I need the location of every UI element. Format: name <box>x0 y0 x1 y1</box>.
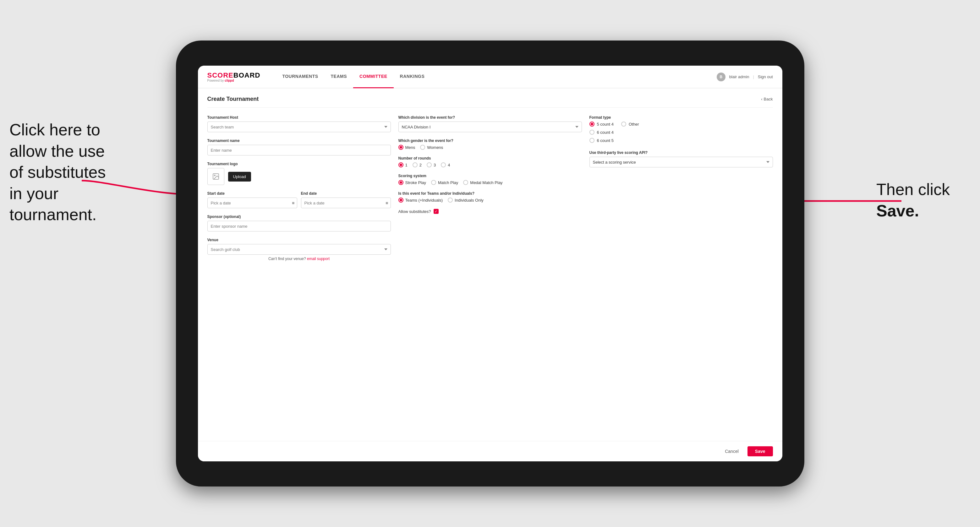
upload-button[interactable]: Upload <box>228 172 251 181</box>
round-2[interactable]: 2 <box>412 162 422 167</box>
format-6count4-radio[interactable] <box>589 130 595 135</box>
nav-rankings[interactable]: RANKINGS <box>394 66 431 88</box>
back-link[interactable]: ‹ Back <box>761 97 773 102</box>
scoring-stroke-radio[interactable] <box>398 180 403 185</box>
tablet-screen: SCOREBOARD Powered by clippd TOURNAMENTS… <box>198 66 783 461</box>
sign-out-link[interactable]: Sign out <box>758 75 773 79</box>
nav-teams[interactable]: TEAMS <box>325 66 353 88</box>
venue-input[interactable] <box>207 244 391 255</box>
venue-label: Venue <box>207 238 391 242</box>
venue-hint: Can't find your venue? email support <box>207 257 391 261</box>
format-other-radio[interactable] <box>621 122 626 127</box>
main-content: Create Tournament ‹ Back Tournament Host <box>198 88 783 441</box>
start-date-label: Start date <box>207 191 297 196</box>
format-type-group: Format type 5 count 4 Other <box>589 115 773 143</box>
format-type-label: Format type <box>589 115 773 120</box>
scoring-match-radio[interactable] <box>431 180 436 185</box>
substitutes-checkbox[interactable]: ✓ <box>434 209 439 214</box>
form-footer: Cancel Save <box>198 441 783 461</box>
format-6count5-radio[interactable] <box>589 138 595 143</box>
substitutes-group: Allow substitutes? ✓ <box>398 209 582 214</box>
round-2-radio[interactable] <box>412 162 418 167</box>
svg-point-3 <box>214 175 215 176</box>
gender-mens[interactable]: Mens <box>398 145 415 150</box>
end-date-wrap: ■ <box>301 198 391 208</box>
nav-links: TOURNAMENTS TEAMS COMMITTEE RANKINGS <box>276 66 716 88</box>
nav-committee[interactable]: COMMITTEE <box>353 66 394 88</box>
sponsor-label: Sponsor (optional) <box>207 214 391 219</box>
tournament-logo-group: Tournament logo Upload <box>207 162 391 185</box>
logo-sub: Powered by clippd <box>207 79 261 82</box>
scoring-stroke[interactable]: Stroke Play <box>398 180 426 185</box>
scoring-medal[interactable]: Medal Match Play <box>463 180 503 185</box>
round-3-radio[interactable] <box>427 162 432 167</box>
arrow-right <box>788 189 908 214</box>
substitutes-row: Allow substitutes? ✓ <box>398 209 582 214</box>
form-columns: Tournament Host Tournament name Tourname… <box>207 115 773 267</box>
format-5count4[interactable]: 5 count 4 <box>589 122 614 127</box>
page-header: Create Tournament ‹ Back <box>207 96 773 108</box>
team-individual-label: Is this event for Teams and/or Individua… <box>398 191 582 196</box>
form-col-2: Which division is the event for? NCAA Di… <box>398 115 582 267</box>
nav-right: B blair admin | Sign out <box>717 73 773 81</box>
rounds-label: Number of rounds <box>398 156 582 160</box>
start-date-input[interactable] <box>207 198 297 208</box>
logo-placeholder <box>207 168 224 185</box>
sponsor-group: Sponsor (optional) <box>207 214 391 232</box>
navbar: SCOREBOARD Powered by clippd TOURNAMENTS… <box>198 66 783 88</box>
format-5count4-radio[interactable] <box>589 122 595 127</box>
scoring-radio-group: Stroke Play Match Play Medal Match Play <box>398 180 582 185</box>
round-1[interactable]: 1 <box>398 162 407 167</box>
date-group: Start date ■ End date <box>207 191 391 208</box>
cancel-button[interactable]: Cancel <box>720 446 744 456</box>
division-select[interactable]: NCAA Division I <box>398 122 582 132</box>
save-button[interactable]: Save <box>748 446 773 456</box>
end-date-input[interactable] <box>301 198 391 208</box>
scoring-medal-radio[interactable] <box>463 180 468 185</box>
format-6count5[interactable]: 6 count 5 <box>589 138 773 143</box>
tournament-host-input[interactable] <box>207 122 391 132</box>
rounds-radio-group: 1 2 3 <box>398 162 582 167</box>
form-col-3: Format type 5 count 4 Other <box>589 115 773 267</box>
gender-label: Which gender is the event for? <box>398 138 582 143</box>
scoring-match[interactable]: Match Play <box>431 180 458 185</box>
format-6count4[interactable]: 6 count 4 <box>589 130 773 135</box>
rounds-group: Number of rounds 1 2 <box>398 156 582 167</box>
tournament-name-label: Tournament name <box>207 138 391 143</box>
round-4[interactable]: 4 <box>441 162 450 167</box>
page-title: Create Tournament <box>207 96 259 102</box>
round-3[interactable]: 3 <box>427 162 436 167</box>
calendar-icon-end: ■ <box>385 200 388 205</box>
sponsor-input[interactable] <box>207 221 391 232</box>
tournament-name-input[interactable] <box>207 145 391 156</box>
round-1-radio[interactable] <box>398 162 403 167</box>
scoring-api-select[interactable]: Select a scoring service <box>589 157 773 167</box>
format-other[interactable]: Other <box>621 122 639 127</box>
date-row: Start date ■ End date <box>207 191 391 208</box>
substitutes-label: Allow substitutes? <box>398 209 431 214</box>
individuals-radio[interactable] <box>448 198 453 203</box>
end-date-group: End date ■ <box>301 191 391 208</box>
gender-radio-group: Mens Womens <box>398 145 582 150</box>
tournament-host-label: Tournament Host <box>207 115 391 120</box>
logo-area: SCOREBOARD Powered by clippd <box>207 71 261 82</box>
end-date-label: End date <box>301 191 391 196</box>
team-radio-group: Teams (+Individuals) Individuals Only <box>398 198 582 203</box>
gender-womens[interactable]: Womens <box>420 145 443 150</box>
gender-womens-radio[interactable] <box>420 145 425 150</box>
logo-upload-area: Upload <box>207 168 391 185</box>
user-name: blair admin <box>729 75 749 79</box>
venue-group: Venue Can't find your venue? email suppo… <box>207 238 391 261</box>
gender-mens-radio[interactable] <box>398 145 403 150</box>
round-4-radio[interactable] <box>441 162 446 167</box>
user-avatar: B <box>717 73 725 81</box>
team-option[interactable]: Teams (+Individuals) <box>398 198 443 203</box>
start-date-wrap: ■ <box>207 198 297 208</box>
nav-tournaments[interactable]: TOURNAMENTS <box>276 66 324 88</box>
individuals-option[interactable]: Individuals Only <box>448 198 484 203</box>
team-radio[interactable] <box>398 198 403 203</box>
gender-mens-label: Mens <box>405 145 415 150</box>
scoring-api-group: Use third-party live scoring API? Select… <box>589 151 773 167</box>
email-support-link[interactable]: email support <box>307 257 329 261</box>
page-container: Create Tournament ‹ Back Tournament Host <box>198 88 783 441</box>
